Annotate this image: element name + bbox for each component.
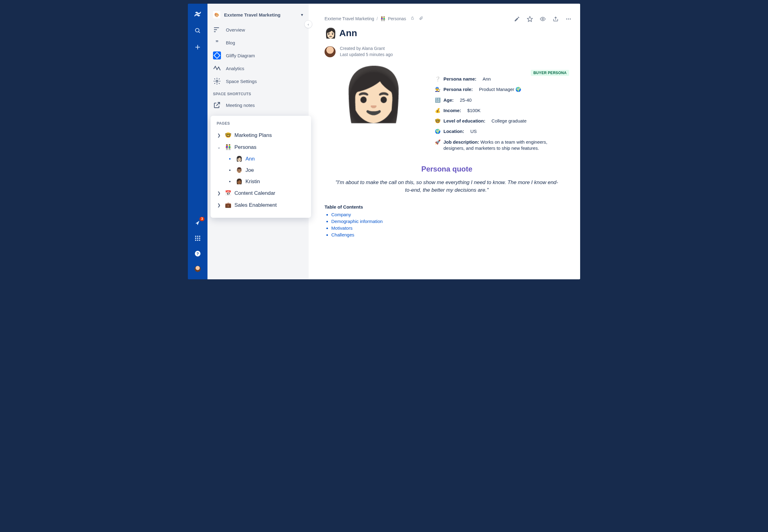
table-of-contents: Table of Contents Company Demographic in… — [324, 204, 569, 237]
page-title-emoji: 👩🏻 — [324, 27, 337, 39]
chevron-down-icon: ▾ — [301, 12, 303, 17]
svg-point-22 — [542, 18, 544, 20]
svg-rect-4 — [195, 236, 196, 237]
sidebar-item-blog[interactable]: ” Blog — [209, 36, 307, 49]
external-link-icon — [213, 101, 221, 109]
page-label: Kristin — [245, 179, 260, 185]
pages-panel: PAGES ❯ 🤓 Marketing Plans ⌄ 👫 Personas •… — [210, 116, 311, 218]
shortcuts-header: SPACE SHORTCUTS — [207, 88, 308, 99]
app-switcher-icon[interactable] — [193, 234, 202, 243]
page-emoji: 👫 — [225, 144, 231, 150]
persona-field-income: 💰Income: $100K — [435, 108, 569, 114]
page-label: Ann — [245, 156, 255, 162]
more-actions-icon[interactable] — [566, 16, 572, 22]
gliffy-icon — [213, 51, 221, 59]
persona-field-role: 👨‍🔧Persona role: Product Manager 🌍 — [435, 86, 569, 92]
page-content: Exxteme Travel Marketing / 👫 Personas 👩🏻… — [308, 4, 580, 279]
page-tree-joe[interactable]: • 👨🏽 Joe — [225, 164, 308, 176]
svg-point-0 — [195, 28, 199, 32]
persona-field-job: 🚀Job description: Works on a team with e… — [435, 139, 569, 152]
author-name[interactable]: Alana Grant — [362, 46, 385, 51]
chevron-right-icon[interactable]: ❯ — [216, 191, 221, 195]
svg-text:?: ? — [196, 251, 199, 256]
toc-link-motivators[interactable]: Motivators — [331, 225, 569, 231]
svg-rect-7 — [195, 238, 196, 239]
bullet-icon: • — [227, 167, 233, 173]
notification-badge: 3 — [199, 217, 204, 221]
persona-field-age: 🔢Age: 25-40 — [435, 97, 569, 103]
profile-avatar[interactable] — [193, 265, 202, 273]
search-icon[interactable] — [193, 26, 202, 35]
svg-rect-11 — [197, 240, 198, 241]
sidebar-item-space-settings[interactable]: Space Settings — [209, 75, 307, 88]
page-emoji: 💼 — [225, 202, 231, 208]
sidebar-collapse-button[interactable]: ‹ — [304, 20, 312, 28]
sidebar-item-analytics[interactable]: Analytics — [209, 62, 307, 75]
toc-link-challenges[interactable]: Challenges — [331, 232, 569, 237]
page-label: Personas — [234, 144, 256, 150]
page-tree-personas[interactable]: ⌄ 👫 Personas — [214, 141, 308, 153]
svg-marker-21 — [528, 17, 533, 22]
svg-rect-8 — [197, 238, 198, 239]
chevron-right-icon[interactable]: ❯ — [216, 203, 221, 207]
breadcrumb-space[interactable]: Exxteme Travel Marketing — [324, 16, 374, 21]
page-emoji: 👩🏻 — [236, 156, 242, 162]
gear-icon — [213, 77, 221, 85]
quote-icon: ” — [213, 39, 221, 47]
page-tree-sales-enablement[interactable]: ❯ 💼 Sales Enablement — [214, 199, 308, 211]
page-tree-content-calendar[interactable]: ❯ 📅 Content Calendar — [214, 187, 308, 199]
space-selector[interactable]: 🎨 Exxteme Travel Marketing ▾ — [207, 8, 308, 23]
svg-marker-18 — [214, 52, 220, 58]
svg-rect-10 — [195, 240, 196, 241]
sidebar-item-overview[interactable]: Overview — [209, 23, 307, 36]
toc-heading: Table of Contents — [324, 204, 569, 209]
create-icon[interactable] — [193, 43, 202, 51]
chevron-right-icon[interactable]: ❯ — [216, 133, 221, 138]
svg-point-24 — [566, 18, 567, 19]
svg-rect-5 — [197, 236, 198, 237]
toc-link-demographic[interactable]: Demographic information — [331, 219, 569, 224]
page-actions — [514, 16, 572, 22]
page-tree-kristin[interactable]: • 👩🏾 Kristin — [225, 176, 308, 187]
notifications-icon[interactable]: 3 — [193, 219, 202, 227]
attachments-icon[interactable] — [419, 16, 423, 21]
global-nav: 3 ? — [188, 4, 207, 279]
star-icon[interactable] — [527, 16, 533, 22]
share-icon[interactable] — [553, 16, 559, 22]
page-label: Joe — [245, 167, 254, 173]
page-label: Sales Enablement — [234, 202, 277, 208]
persona-field-name: ❔Persona name: Ann — [435, 76, 569, 82]
svg-rect-6 — [199, 236, 200, 237]
page-emoji: 📅 — [225, 190, 231, 196]
sidebar-item-gliffy[interactable]: Gliffy Diagram — [209, 49, 307, 62]
watch-icon[interactable] — [540, 16, 546, 22]
shortcut-meeting-notes[interactable]: Meeting notes — [209, 99, 307, 111]
page-tree-marketing-plans[interactable]: ❯ 🤓 Marketing Plans — [214, 129, 308, 141]
page-title: 👩🏻 Ann — [324, 27, 569, 39]
edit-icon[interactable] — [514, 16, 520, 22]
space-title: Exxteme Travel Marketing — [224, 12, 297, 17]
author-avatar[interactable] — [324, 46, 335, 57]
sidebar-item-label: Gliffy Diagram — [226, 53, 255, 58]
page-emoji: 👨🏽 — [236, 167, 242, 173]
last-updated: Last updated 5 minutes ago — [340, 52, 393, 58]
page-label: Content Calendar — [234, 190, 275, 196]
bullet-icon: • — [227, 156, 233, 162]
space-logo-icon: 🎨 — [213, 11, 220, 18]
restrictions-icon[interactable] — [411, 16, 415, 21]
page-tree-ann[interactable]: • 👩🏻 Ann — [225, 153, 308, 164]
sidebar-item-label: Overview — [226, 27, 245, 32]
shortcut-label: Meeting notes — [226, 103, 255, 108]
breadcrumb-emoji: 👫 — [380, 16, 386, 21]
svg-point-19 — [216, 80, 218, 82]
help-icon[interactable]: ? — [193, 249, 202, 258]
chevron-down-icon[interactable]: ⌄ — [216, 145, 221, 149]
svg-rect-12 — [199, 240, 200, 241]
confluence-logo-icon[interactable] — [193, 10, 202, 18]
page-emoji: 🤓 — [225, 132, 231, 138]
sidebar-item-label: Analytics — [226, 66, 244, 71]
breadcrumb-page[interactable]: Personas — [388, 16, 406, 21]
pages-header: PAGES — [214, 121, 308, 127]
toc-link-company[interactable]: Company — [331, 212, 569, 217]
page-emoji: 👩🏾 — [236, 178, 242, 185]
